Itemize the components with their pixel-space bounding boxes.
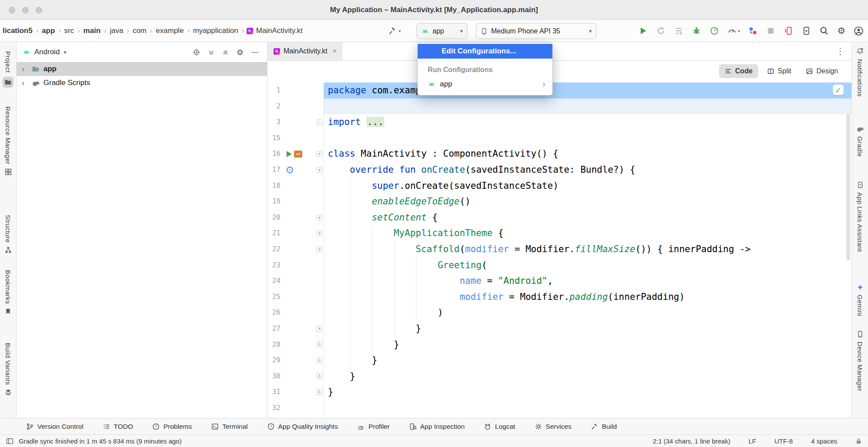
code-line[interactable]: 21∨ MyApplicationTheme { — [267, 225, 851, 241]
code-line[interactable]: 16<>∨class MainActivity : ComponentActiv… — [267, 146, 851, 162]
project-view-selector[interactable]: Android — [34, 48, 60, 56]
code-line[interactable]: 27∧ } — [267, 321, 851, 337]
fold-marker-icon[interactable]: ∨ — [317, 215, 322, 220]
override-gutter-icon[interactable]: ↑ — [287, 167, 293, 173]
tool-services[interactable]: Services — [535, 423, 571, 431]
fold-marker-icon[interactable]: ∧ — [317, 326, 322, 332]
run-button[interactable] — [638, 26, 648, 36]
breadcrumb-item[interactable]: java — [109, 26, 124, 35]
code-line[interactable]: 30∧ } — [267, 368, 851, 385]
apply-code-changes-button[interactable] — [674, 26, 683, 36]
encoding-widget[interactable]: UTF-8 — [774, 437, 793, 445]
profile-app-dropdown-button[interactable]: ▾ — [727, 26, 740, 36]
caret-position-widget[interactable]: 2:1 (34 chars, 1 line break) — [653, 437, 730, 445]
search-everywhere-button[interactable] — [819, 26, 829, 36]
panel-settings-button[interactable]: ⚙ — [237, 48, 244, 57]
chevron-right-icon[interactable]: › — [22, 64, 28, 74]
breadcrumb-item[interactable]: myapplication — [192, 26, 239, 35]
fold-marker-icon[interactable]: ∨ — [317, 167, 322, 173]
code-line[interactable]: 31∧} — [267, 384, 851, 400]
code-line[interactable]: 25 modifier = Modifier.padding(innerPadd… — [267, 289, 851, 305]
tool-profiler[interactable]: Profiler — [357, 423, 389, 431]
profiler-button[interactable] — [710, 26, 719, 36]
mode-code-button[interactable]: Code — [719, 64, 758, 78]
line-separator-widget[interactable]: LF — [749, 437, 756, 445]
close-window-button[interactable] — [9, 7, 15, 13]
code-editor[interactable]: 1package com.example.myapplication23−imp… — [267, 82, 851, 418]
code-line[interactable]: 24 name = "Android", — [267, 273, 851, 289]
locate-file-button[interactable] — [193, 49, 200, 56]
menu-item-app[interactable]: app › — [418, 77, 552, 91]
lock-icon[interactable] — [855, 438, 862, 444]
breadcrumb-item[interactable]: example — [155, 26, 185, 35]
breadcrumb-file[interactable]: K MainActivity.kt — [247, 26, 303, 35]
code-line[interactable]: 20∨ setContent { — [267, 210, 851, 226]
breadcrumb-item[interactable]: lication5 — [2, 26, 33, 35]
fold-marker-icon[interactable]: ∧ — [317, 389, 322, 395]
mode-design-button[interactable]: Design — [800, 64, 844, 78]
sidebar-item-build-variants[interactable]: Build Variants — [0, 343, 16, 396]
close-tab-icon[interactable]: × — [333, 47, 337, 55]
activity-gutter-icon[interactable]: <> — [294, 151, 302, 158]
tool-build[interactable]: Build — [591, 423, 617, 431]
build-hammer-button[interactable]: ▾ — [388, 20, 401, 42]
sidebar-item-structure[interactable]: Structure — [0, 215, 16, 253]
tool-version-control[interactable]: Version Control — [26, 423, 83, 431]
fold-marker-icon[interactable]: ∧ — [317, 373, 322, 379]
running-devices-button[interactable] — [802, 26, 811, 36]
editor-options-kebab-icon[interactable]: ⋮ — [836, 46, 851, 56]
tool-window-switcher-icon[interactable] — [6, 437, 13, 445]
breadcrumb-item[interactable]: main — [83, 26, 102, 35]
attach-debugger-button[interactable] — [748, 26, 758, 36]
run-config-selector[interactable]: app ▾ — [416, 23, 468, 39]
tool-terminal[interactable]: Terminal — [211, 423, 248, 431]
device-mirroring-button[interactable] — [784, 26, 793, 36]
sidebar-item-app-links-assistant[interactable]: App Links Assistant — [852, 181, 868, 252]
sidebar-item-gradle[interactable]: Gradle — [852, 125, 868, 157]
tool-app-inspection[interactable]: App Inspection — [409, 423, 465, 431]
sidebar-item-gemini[interactable]: Gemini — [852, 284, 868, 316]
stop-button[interactable] — [766, 26, 776, 36]
fold-marker-icon[interactable]: ∨ — [317, 230, 322, 236]
tree-row-app[interactable]: › app — [17, 62, 267, 76]
tab-mainactivity[interactable]: K MainActivity.kt × — [267, 42, 343, 60]
breadcrumb-item[interactable]: com — [132, 26, 147, 35]
code-line[interactable]: 1package com.example.myapplication — [267, 82, 851, 99]
fold-marker-icon[interactable]: ∨ — [317, 151, 322, 157]
sidebar-item-device-manager[interactable]: Device Manager — [852, 331, 868, 391]
code-line[interactable]: 22∨ Scaffold(modifier = Modifier.fillMax… — [267, 241, 851, 257]
code-line[interactable]: 23 Greeting( — [267, 257, 851, 273]
fold-marker-icon[interactable]: ∧ — [317, 342, 322, 347]
tool-problems[interactable]: Problems — [152, 423, 191, 431]
tool-app-quality-insights[interactable]: App Quality Insights — [267, 423, 338, 431]
sidebar-item-bookmarks[interactable]: Bookmarks — [0, 270, 16, 315]
sidebar-item-project[interactable]: Project — [0, 51, 16, 88]
menu-item-edit-configurations[interactable]: Edit Configurations... — [418, 44, 552, 59]
fold-marker-icon[interactable]: − — [317, 119, 322, 125]
tree-row-gradle-scripts[interactable]: › Gradle Scripts — [17, 76, 267, 90]
tool-logcat[interactable]: Logcat — [484, 423, 515, 431]
collapse-all-button[interactable] — [222, 49, 229, 56]
code-line[interactable]: 2 — [267, 99, 851, 115]
hide-panel-button[interactable]: — — [251, 48, 258, 56]
minimize-window-button[interactable] — [22, 7, 29, 13]
code-line[interactable]: 15 — [267, 130, 851, 146]
profile-avatar-button[interactable] — [854, 26, 864, 36]
run-gutter-icon[interactable] — [287, 151, 292, 157]
mode-split-button[interactable]: Split — [762, 64, 797, 78]
inspection-status-widget[interactable]: ✓ — [833, 85, 844, 95]
code-line[interactable]: 18 super.onCreate(savedInstanceState) — [267, 178, 851, 194]
code-line[interactable]: 29∧ } — [267, 352, 851, 368]
fold-marker-icon[interactable]: ∧ — [317, 358, 322, 363]
chevron-right-icon[interactable]: › — [22, 78, 28, 88]
code-line[interactable]: 19 enableEdgeToEdge() — [267, 194, 851, 210]
tool-todo[interactable]: TODO — [102, 423, 133, 431]
sidebar-item-resource-manager[interactable]: Resource Manager — [0, 106, 16, 175]
breadcrumb-item[interactable]: src — [63, 26, 75, 35]
apply-changes-button[interactable] — [656, 26, 666, 36]
debug-button[interactable] — [692, 26, 701, 36]
settings-button[interactable]: ⚙ — [837, 26, 845, 36]
code-line[interactable]: 28∧ } — [267, 337, 851, 353]
zoom-window-button[interactable] — [36, 7, 42, 13]
expand-all-button[interactable] — [208, 49, 215, 56]
